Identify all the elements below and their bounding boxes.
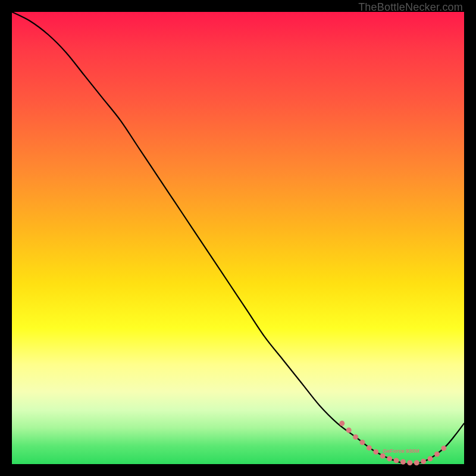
marker-dot [441,446,446,451]
bottleneck-curve [12,12,464,464]
marker-dot [353,434,358,440]
marker-dot [434,452,440,457]
annotation-label: GeForce 930M [383,448,419,454]
marker-dot [414,460,419,465]
marker-dot [400,459,406,465]
plot-area: GeForce 930M [12,12,464,464]
marker-dot [367,445,372,450]
marker-dot [346,428,352,433]
chart-svg: GeForce 930M [12,12,464,464]
marker-dot [428,456,433,461]
marker-dot [360,440,365,445]
chart-frame: TheBottleNecker.com GeForce 930M [0,0,476,476]
marker-dot [373,449,378,455]
marker-dot [380,453,386,459]
marker-dot [339,421,345,426]
marker-dot [407,460,412,465]
marker-dot [387,456,392,461]
marker-dot [421,459,426,464]
markers-group [339,421,446,465]
marker-dot [394,458,399,463]
